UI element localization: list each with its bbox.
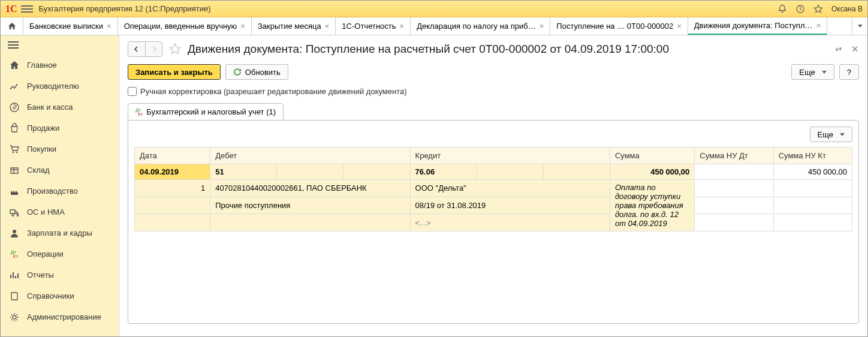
cell-date[interactable]: 04.09.2019 <box>135 164 210 180</box>
cell-nu-dt-4[interactable] <box>695 214 773 231</box>
tab[interactable]: Операции, введенные вручную× <box>118 17 252 35</box>
user-name[interactable]: Оксана В <box>831 5 863 13</box>
tab[interactable]: 1С-Отчетность× <box>336 17 411 35</box>
close-icon[interactable]: × <box>240 22 245 31</box>
col-sum[interactable]: Сумма <box>610 148 694 164</box>
history-icon[interactable] <box>795 4 805 14</box>
truck-icon <box>9 207 20 218</box>
link-icon[interactable] <box>833 44 844 55</box>
sidebar-toggle[interactable] <box>1 35 119 55</box>
refresh-button[interactable]: Обновить <box>225 64 288 80</box>
cell-nu-dt-2[interactable] <box>695 180 773 197</box>
sidebar-item[interactable]: Производство <box>1 180 119 201</box>
close-icon[interactable]: × <box>816 21 821 30</box>
col-credit[interactable]: Кредит <box>410 148 610 164</box>
cell-amount-desc[interactable]: Оплата по договору уступки права требова… <box>610 180 694 231</box>
sidebar-item[interactable]: Администрирование <box>1 306 119 327</box>
tab[interactable]: Поступление на … 0Т00-000002× <box>550 17 688 35</box>
close-icon[interactable]: × <box>325 22 330 31</box>
sidebar-item-label: Производство <box>27 186 78 195</box>
sidebar-item[interactable]: Справочники <box>1 285 119 306</box>
sidebar-item[interactable]: ДтКтОперации <box>1 243 119 264</box>
sidebar-item[interactable]: Продажи <box>1 118 119 139</box>
cell-nu-kt[interactable]: 450 000,00 <box>773 164 852 180</box>
cell-empty-date2[interactable] <box>135 197 210 214</box>
tab[interactable]: Движения документа: Поступл…× <box>688 17 828 35</box>
table-row[interactable]: Прочие поступления 08/19 от 31.08.2019 <box>135 197 852 214</box>
tab[interactable]: Банковские выписки× <box>23 17 118 35</box>
cell-credit-an2[interactable]: 08/19 от 31.08.2019 <box>410 197 610 214</box>
sidebar-item[interactable]: Руководителю <box>1 76 119 97</box>
sidebar-item-label: Склад <box>27 166 50 174</box>
col-date[interactable]: Дата <box>135 148 210 164</box>
table-header-row: Дата Дебет Кредит Сумма Сумма НУ Дт Сумм… <box>135 148 852 164</box>
tab-label: 1С-Отчетность <box>342 22 396 31</box>
manual-edit-label[interactable]: Ручная корректировка (разрешает редактир… <box>140 87 407 96</box>
cell-debit-acct[interactable]: 51 <box>210 164 277 180</box>
sidebar-item-label: Продажи <box>27 124 59 133</box>
sidebar-item[interactable]: Отчеты <box>1 264 119 285</box>
cell-debit-q2[interactable] <box>343 164 410 180</box>
sidebar-item-label: Покупки <box>27 145 56 154</box>
table-row[interactable]: 1 40702810440020002661, ПАО СБЕРБАНК ООО… <box>135 180 852 197</box>
col-sum-nu-dt[interactable]: Сумма НУ Дт <box>695 148 773 164</box>
manual-edit-checkbox[interactable] <box>128 87 137 96</box>
cell-credit-q1[interactable] <box>477 164 543 180</box>
cell-nu-kt-3[interactable] <box>773 197 852 214</box>
close-content[interactable]: ✕ <box>851 44 859 55</box>
close-icon[interactable]: × <box>677 22 682 31</box>
titlebar: 1C Бухгалтерия предприятия 12 (1С:Предпр… <box>1 1 867 17</box>
cell-amount[interactable]: 450 000,00 <box>610 164 694 180</box>
col-debit[interactable]: Дебет <box>210 148 410 164</box>
sidebar-item[interactable]: Зарплата и кадры <box>1 222 119 243</box>
cell-debit-an2[interactable]: Прочие поступления <box>210 197 410 214</box>
cell-credit-an1[interactable]: ООО "Дельта" <box>410 180 610 197</box>
favorite-star-icon[interactable] <box>168 43 182 56</box>
more-button[interactable]: Еще <box>791 64 834 80</box>
col-sum-nu-kt[interactable]: Сумма НУ Кт <box>773 148 852 164</box>
cell-n[interactable]: 1 <box>135 180 210 197</box>
table-row[interactable]: 04.09.2019 51 76.06 450 000,00 450 000,0… <box>135 164 852 180</box>
save-close-button[interactable]: Записать и закрыть <box>128 64 221 80</box>
tab-label: Банковские выписки <box>29 22 103 31</box>
sidebar-item[interactable]: ОС и НМА <box>1 201 119 222</box>
sidebar-item[interactable]: Банк и касса <box>1 97 119 118</box>
home-tab[interactable] <box>1 17 23 35</box>
cell-credit-acct[interactable]: 76.06 <box>410 164 477 180</box>
accounting-tab[interactable]: ДтКт Бухгалтерский и налоговый учет (1) <box>128 103 284 120</box>
tabs-dropdown[interactable] <box>852 17 867 35</box>
cell-nu-kt-2[interactable] <box>773 180 852 197</box>
cell-nu-dt-1[interactable] <box>695 164 773 180</box>
cell-debit-q1[interactable] <box>277 164 343 180</box>
star-icon[interactable] <box>813 4 823 14</box>
dtkt-icon: ДтКт <box>135 108 143 116</box>
tab[interactable]: Закрытие месяца× <box>252 17 336 35</box>
sidebar-item[interactable]: Главное <box>1 55 119 76</box>
cell-empty-date3[interactable] <box>135 214 210 231</box>
tab[interactable]: Декларация по налогу на приб…× <box>411 17 550 35</box>
help-button[interactable]: ? <box>839 64 859 80</box>
cell-nu-dt-3[interactable] <box>695 197 773 214</box>
cell-nu-kt-4[interactable] <box>773 214 852 231</box>
menu-icon[interactable] <box>21 3 33 15</box>
nav-back[interactable] <box>128 42 145 56</box>
cell-debit-an1[interactable]: 40702810440020002661, ПАО СБЕРБАНК <box>210 180 410 197</box>
sidebar-item[interactable]: Склад <box>1 160 119 180</box>
close-icon[interactable]: × <box>540 22 544 31</box>
box-icon <box>9 165 20 176</box>
sidebar-item-label: Главное <box>27 61 57 70</box>
tabbar: Банковские выписки×Операции, введенные в… <box>1 17 867 35</box>
cell-credit-an3[interactable]: <...> <box>410 214 610 231</box>
cell-debit-an3[interactable] <box>210 214 410 231</box>
table-row[interactable]: <...> <box>135 214 852 231</box>
close-icon[interactable]: × <box>400 22 405 31</box>
bell-icon[interactable] <box>777 4 787 14</box>
sidebar-item[interactable]: Покупки <box>1 139 119 160</box>
close-icon[interactable]: × <box>107 22 111 31</box>
cell-credit-q2[interactable] <box>543 164 610 180</box>
tab-label: Операции, введенные вручную <box>124 22 237 31</box>
sidebar-item-label: Банк и касса <box>27 103 73 112</box>
grid-more-button[interactable]: Еще <box>810 127 852 142</box>
tab-label: Закрытие месяца <box>258 22 321 31</box>
sidebar-item-label: ОС и НМА <box>27 207 65 216</box>
